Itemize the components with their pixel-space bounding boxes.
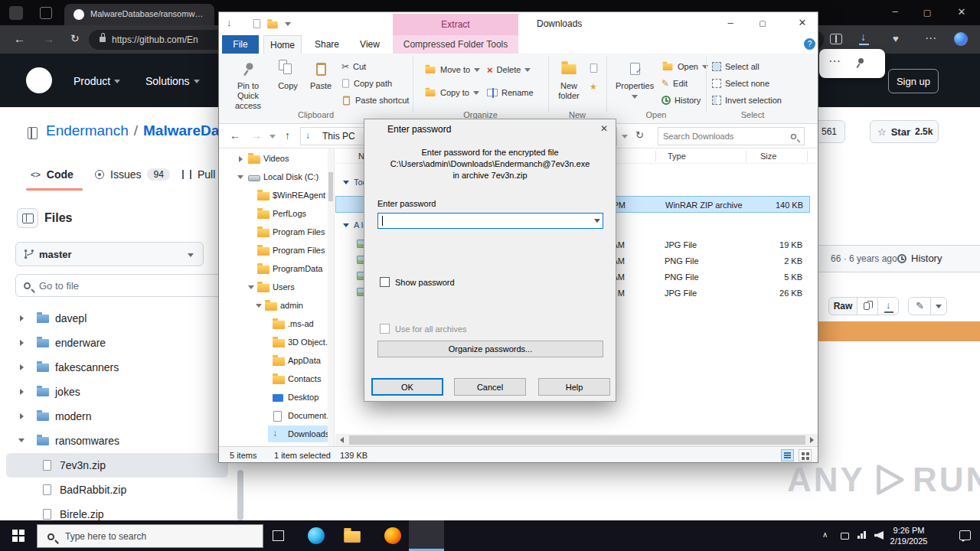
- edit-button[interactable]: ✎ Edit: [662, 77, 688, 90]
- goto-file-box[interactable]: [15, 274, 228, 297]
- settings-more-icon[interactable]: ⋯: [925, 31, 936, 45]
- taskbar-search-box[interactable]: [37, 524, 263, 548]
- password-combo[interactable]: [377, 213, 603, 229]
- nav-item-product[interactable]: Product: [74, 75, 120, 87]
- tree-item-label[interactable]: BadRabbit.zip: [60, 484, 126, 496]
- cut-button[interactable]: ✂ Cut: [341, 60, 366, 73]
- open-button[interactable]: Open: [662, 60, 708, 73]
- copy-to-button[interactable]: Copy to: [424, 86, 479, 99]
- nav-label[interactable]: Downloads: [288, 429, 329, 439]
- column-type[interactable]: Type: [668, 152, 686, 161]
- copy-button[interactable]: Copy: [273, 57, 303, 91]
- copilot-icon[interactable]: [954, 32, 968, 46]
- tab-view[interactable]: View: [351, 35, 389, 54]
- nav-label[interactable]: Document...: [288, 411, 333, 420]
- organize-passwords-button[interactable]: Organize passwords...: [377, 341, 603, 357]
- nav-tree-scrollbar[interactable]: [328, 148, 334, 446]
- properties-button[interactable]: ✓ Properties: [616, 57, 654, 101]
- nav-label[interactable]: $WinREAgent: [273, 191, 325, 200]
- select-none-button[interactable]: Select none: [712, 77, 769, 90]
- ok-button[interactable]: OK: [371, 378, 443, 396]
- nav-item-desktop[interactable]: Desktop: [219, 389, 334, 407]
- taskbar-clock[interactable]: 9:26 PM 2/19/2025: [885, 525, 933, 546]
- tray-expand-icon[interactable]: ∧: [822, 530, 828, 539]
- goto-file-input[interactable]: [39, 276, 215, 295]
- new-item-button[interactable]: [590, 61, 598, 75]
- nav-item-program-files[interactable]: Program Files: [219, 223, 334, 242]
- nav-item-admin[interactable]: admin: [219, 297, 334, 315]
- group-collapse-icon[interactable]: [343, 181, 349, 184]
- paste-shortcut-button[interactable]: Paste shortcut: [341, 93, 409, 107]
- nav-item-users[interactable]: Users: [219, 279, 334, 297]
- qat-properties-icon[interactable]: [253, 19, 260, 28]
- network-icon[interactable]: [858, 531, 866, 539]
- sidebar-scrollbar[interactable]: [237, 470, 243, 520]
- chevron-down-icon[interactable]: [18, 439, 24, 442]
- tree-item-label[interactable]: Birele.zip: [60, 508, 104, 520]
- new-folder-button[interactable]: New folder: [551, 57, 586, 101]
- explorer-minimize-button[interactable]: –: [718, 12, 743, 35]
- back-button[interactable]: ←: [14, 32, 25, 45]
- tab-home[interactable]: Home: [263, 35, 302, 54]
- show-password-label[interactable]: Show password: [395, 278, 455, 287]
- nav-label[interactable]: ProgramData: [273, 264, 322, 273]
- edge-taskbar-icon[interactable]: [308, 527, 325, 544]
- nav-label[interactable]: Program Files: [273, 227, 325, 236]
- chevron-right-icon[interactable]: [239, 156, 243, 162]
- thumbnails-view-button[interactable]: [799, 449, 812, 461]
- nav-item-ms-ad[interactable]: .ms-ad: [219, 315, 334, 334]
- history-button[interactable]: History: [662, 93, 701, 107]
- column-size[interactable]: Size: [760, 152, 776, 161]
- nav-label[interactable]: Contacts: [288, 374, 321, 383]
- task-view-button[interactable]: [273, 530, 284, 541]
- group-collapse-icon[interactable]: [343, 223, 349, 227]
- address-dropdown-icon[interactable]: [622, 135, 628, 139]
- tab-extract-tools[interactable]: Compressed Folder Tools: [393, 35, 518, 54]
- explorer-search-input[interactable]: [663, 129, 786, 144]
- nav-item-winreagent[interactable]: $WinREAgent: [219, 187, 334, 205]
- window-minimize-button[interactable]: –: [879, 0, 911, 25]
- explorer-close-button[interactable]: ✕: [786, 12, 818, 35]
- nav-item-downloads[interactable]: ↓Downloads: [219, 425, 334, 444]
- edit-dropdown-button[interactable]: [930, 297, 947, 315]
- tree-item-label[interactable]: davepl: [55, 312, 87, 324]
- rename-button[interactable]: Rename: [487, 86, 534, 99]
- github-logo[interactable]: [26, 67, 52, 93]
- column-divider[interactable]: [655, 151, 656, 161]
- show-password-checkbox[interactable]: [380, 277, 390, 287]
- winrar-taskbar-button[interactable]: [409, 520, 444, 551]
- firefox-taskbar-icon[interactable]: [384, 527, 401, 544]
- tree-item-7ev3n-zip[interactable]: 7ev3n.zip: [6, 453, 228, 478]
- qat-newfolder-icon[interactable]: [267, 21, 278, 28]
- nav-item-documents[interactable]: Document...: [219, 407, 334, 425]
- download-raw-button[interactable]: ↓: [877, 297, 899, 315]
- star-button[interactable]: ☆ Star 2.5k: [870, 120, 939, 143]
- tree-item-jokes[interactable]: jokes: [6, 380, 231, 404]
- history-link[interactable]: History: [911, 253, 942, 264]
- tree-item-badrabbit-zip[interactable]: BadRabbit.zip: [6, 478, 231, 502]
- refresh-button[interactable]: ↻: [70, 32, 80, 44]
- tree-item-modern[interactable]: modern: [6, 404, 231, 429]
- taskbar-search-input[interactable]: [65, 527, 256, 546]
- nav-item-appdata[interactable]: AppData: [219, 352, 334, 370]
- dialog-titlebar[interactable]: Enter password ✕: [364, 119, 616, 139]
- explorer-search-box[interactable]: [658, 127, 805, 145]
- nav-item-solutions[interactable]: Solutions: [145, 75, 200, 87]
- tab-share[interactable]: Share: [308, 35, 346, 54]
- nav-label[interactable]: AppData: [288, 356, 321, 365]
- nav-forward-button[interactable]: →: [251, 129, 262, 142]
- horizontal-scrollbar[interactable]: [335, 434, 818, 446]
- browser-essentials-icon[interactable]: ♥: [893, 33, 899, 44]
- scroll-right-arrow[interactable]: [810, 437, 814, 443]
- nav-label[interactable]: PerfLogs: [273, 209, 306, 218]
- column-divider[interactable]: [807, 151, 808, 161]
- qat-customize-icon[interactable]: [285, 22, 291, 26]
- breadcrumb-location[interactable]: This PC: [322, 131, 355, 142]
- nav-label[interactable]: Desktop: [288, 393, 318, 402]
- invert-selection-button[interactable]: Invert selection: [712, 93, 782, 107]
- chevron-down-icon[interactable]: [248, 285, 254, 289]
- branch-selector[interactable]: master: [15, 242, 204, 266]
- tree-item-label[interactable]: ransomwares: [55, 435, 119, 447]
- downloads-icon[interactable]: ↓: [861, 31, 866, 43]
- chevron-right-icon[interactable]: [20, 340, 24, 346]
